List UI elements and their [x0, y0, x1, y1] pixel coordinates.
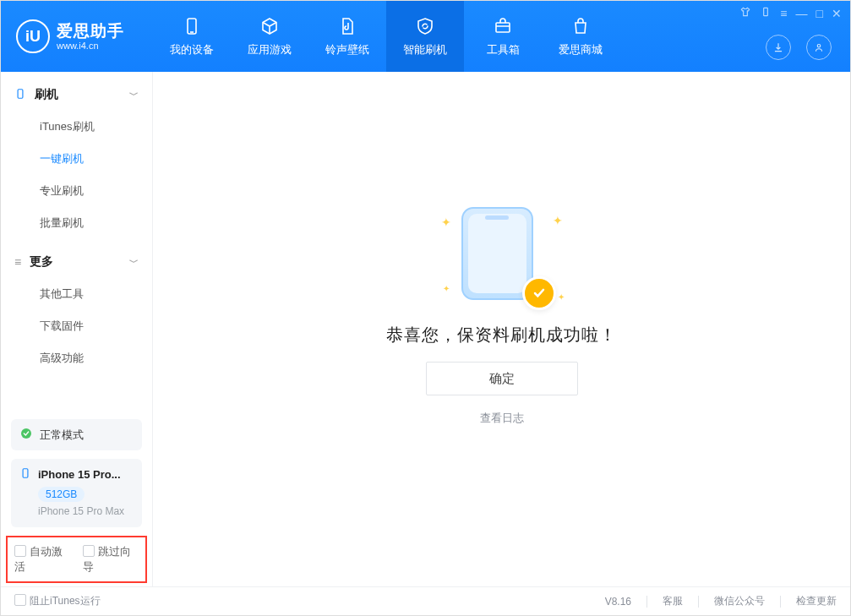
sidebar-item-download-firmware[interactable]: 下载固件: [1, 310, 152, 342]
sidebar-item-advanced[interactable]: 高级功能: [1, 342, 152, 374]
sidebar-section-flash[interactable]: 刷机 ﹀: [1, 79, 152, 111]
svg-rect-3: [764, 8, 768, 15]
divider: [780, 596, 781, 608]
sidebar-section-title: 刷机: [35, 87, 58, 102]
nav-tab-label: 爱思商城: [559, 42, 603, 57]
divider: [698, 596, 699, 608]
nav-tab-label: 铃声壁纸: [325, 42, 369, 57]
activation-options: 自动激活 跳过向导: [6, 536, 147, 583]
sidebar-item-oneclick-flash[interactable]: 一键刷机: [1, 143, 152, 175]
svg-rect-5: [18, 89, 23, 98]
ok-button[interactable]: 确定: [426, 362, 578, 395]
wechat-link[interactable]: 微信公众号: [714, 594, 765, 608]
more-section-icon: ≡: [14, 255, 21, 269]
success-check-icon: [522, 276, 556, 310]
nav-tab-flash[interactable]: 智能刷机: [386, 1, 464, 72]
phone-icon: [181, 15, 203, 37]
block-itunes-checkbox[interactable]: 阻止iTunes运行: [14, 594, 101, 608]
sidebar-section-title: 更多: [30, 254, 53, 270]
nav-tab-label: 工具箱: [487, 42, 520, 57]
brand-subtitle: www.i4.cn: [57, 41, 124, 52]
nav-tabs: 我的设备 应用游戏 铃声壁纸 智能刷机 工具箱: [153, 1, 619, 72]
nav-tab-store[interactable]: 爱思商城: [542, 1, 619, 72]
version-label: V8.16: [605, 596, 631, 608]
device-name: iPhone 15 Pro...: [38, 468, 121, 481]
maximize-icon[interactable]: □: [816, 7, 823, 20]
nav-tab-label: 应用游戏: [248, 42, 292, 57]
check-update-link[interactable]: 检查更新: [796, 594, 837, 608]
device-phone-icon: [19, 467, 31, 482]
nav-tab-toolbox[interactable]: 工具箱: [464, 1, 542, 72]
minimize-icon[interactable]: —: [796, 7, 808, 20]
phone-mini-icon[interactable]: [760, 6, 772, 20]
device-model: iPhone 15 Pro Max: [38, 505, 134, 517]
device-card[interactable]: iPhone 15 Pro... 512GB iPhone 15 Pro Max: [11, 459, 142, 527]
close-icon[interactable]: ✕: [832, 7, 842, 20]
nav-tab-apps[interactable]: 应用游戏: [231, 1, 308, 72]
divider: [646, 596, 647, 608]
device-mode-label: 正常模式: [40, 428, 84, 443]
user-button[interactable]: [806, 35, 832, 60]
download-button[interactable]: [766, 35, 791, 60]
brand: iU 爱思助手 www.i4.cn: [1, 1, 153, 72]
chevron-down-icon: ﹀: [129, 256, 139, 269]
header-actions: [766, 35, 832, 60]
device-mode-chip[interactable]: 正常模式: [11, 419, 142, 450]
status-ok-icon: [19, 427, 33, 443]
main-content: ✦ ✦ ✦ ✦ 恭喜您，保资料刷机成功啦！ 确定 查看日志: [153, 72, 850, 586]
window-controls: ≡ — □ ✕: [739, 6, 842, 20]
svg-rect-2: [496, 23, 510, 32]
view-log-link[interactable]: 查看日志: [480, 411, 524, 426]
menu-icon[interactable]: ≡: [780, 7, 787, 20]
sparkle-icon: ✦: [558, 292, 565, 302]
music-file-icon: [336, 15, 358, 37]
sparkle-icon: ✦: [553, 214, 563, 227]
svg-rect-7: [23, 469, 28, 478]
sidebar-item-batch-flash[interactable]: 批量刷机: [1, 207, 152, 239]
status-bar: 阻止iTunes运行 V8.16 客服 微信公众号 检查更新: [1, 586, 850, 615]
flash-section-icon: [14, 88, 26, 102]
sidebar-item-pro-flash[interactable]: 专业刷机: [1, 175, 152, 207]
brand-title: 爱思助手: [57, 22, 124, 41]
sparkle-icon: ✦: [441, 215, 451, 229]
sidebar: 刷机 ﹀ iTunes刷机 一键刷机 专业刷机 批量刷机 ≡ 更多 ﹀ 其他工具…: [1, 72, 153, 586]
refresh-shield-icon: [414, 15, 436, 37]
nav-tab-label: 智能刷机: [403, 42, 447, 57]
nav-tab-ringtones[interactable]: 铃声壁纸: [308, 1, 386, 72]
app-header: iU 爱思助手 www.i4.cn 我的设备 应用游戏 铃声壁纸: [1, 1, 850, 72]
sidebar-item-itunes-flash[interactable]: iTunes刷机: [1, 111, 152, 143]
nav-tab-label: 我的设备: [170, 42, 214, 57]
svg-point-4: [817, 45, 821, 48]
skip-guide-checkbox[interactable]: 跳过向导: [83, 544, 139, 575]
toolbox-icon: [492, 15, 514, 37]
sparkle-icon: ✦: [443, 284, 450, 293]
success-illustration: ✦ ✦ ✦ ✦: [443, 207, 561, 308]
support-link[interactable]: 客服: [663, 594, 683, 608]
chevron-down-icon: ﹀: [129, 89, 139, 101]
nav-tab-my-device[interactable]: 我的设备: [153, 1, 231, 72]
device-storage-badge: 512GB: [38, 487, 85, 502]
sidebar-section-more[interactable]: ≡ 更多 ﹀: [1, 246, 152, 278]
auto-activate-checkbox[interactable]: 自动激活: [14, 544, 71, 575]
brand-logo-icon: iU: [16, 19, 50, 53]
svg-point-6: [21, 428, 31, 439]
cube-icon: [259, 15, 281, 37]
sidebar-item-other-tools[interactable]: 其他工具: [1, 278, 152, 310]
bag-icon: [570, 15, 592, 37]
success-headline: 恭喜您，保资料刷机成功啦！: [386, 324, 617, 346]
block-itunes-label: 阻止iTunes运行: [30, 595, 101, 607]
skin-icon[interactable]: [739, 6, 751, 20]
